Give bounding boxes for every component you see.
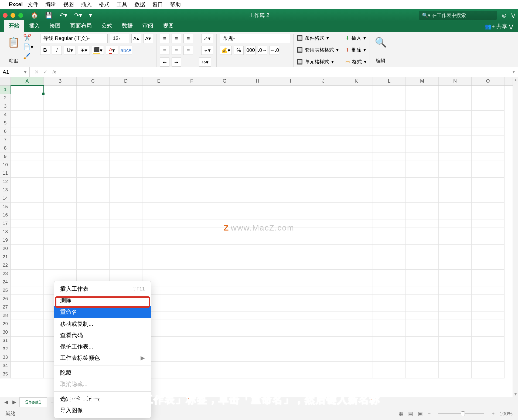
cell[interactable] [110, 236, 142, 245]
underline-button[interactable]: U▾ [64, 46, 76, 55]
cell[interactable] [241, 345, 274, 353]
cell[interactable] [340, 286, 373, 295]
decrease-decimal-icon[interactable]: ←.0 [270, 46, 279, 55]
cell[interactable] [373, 86, 406, 94]
cell[interactable] [274, 286, 307, 295]
undo-icon[interactable]: ↶▾ [59, 12, 67, 19]
row-header[interactable]: 29 [0, 320, 11, 328]
cell[interactable] [175, 136, 208, 144]
cell[interactable] [77, 253, 110, 261]
cell[interactable] [406, 261, 439, 270]
cell[interactable] [241, 136, 274, 144]
cell[interactable] [274, 169, 307, 178]
cell[interactable] [439, 228, 472, 236]
cell[interactable] [373, 94, 406, 102]
cell[interactable] [241, 353, 274, 362]
cell[interactable] [110, 178, 142, 186]
cell[interactable] [439, 136, 472, 144]
cell[interactable] [44, 111, 77, 119]
redo-icon[interactable]: ↷▾ [74, 12, 82, 19]
maximize-button[interactable] [18, 13, 23, 18]
cell[interactable] [241, 270, 274, 278]
cell[interactable] [472, 236, 505, 245]
cell[interactable] [208, 337, 241, 345]
cell[interactable] [406, 102, 439, 111]
minimize-button[interactable] [11, 13, 15, 18]
cell[interactable] [307, 136, 340, 144]
cell[interactable] [373, 236, 406, 245]
row-header[interactable]: 13 [0, 186, 11, 194]
cell[interactable] [241, 94, 274, 102]
cell[interactable] [307, 119, 340, 127]
cell[interactable] [373, 111, 406, 119]
cell[interactable] [274, 144, 307, 153]
cell[interactable] [274, 261, 307, 270]
cell[interactable] [472, 86, 505, 94]
row-header[interactable]: 35 [0, 370, 11, 378]
cell[interactable] [439, 286, 472, 295]
cell[interactable] [439, 270, 472, 278]
cell[interactable] [142, 270, 175, 278]
cell[interactable] [274, 345, 307, 353]
view-normal-icon[interactable]: ▦ [398, 411, 403, 417]
cell[interactable] [208, 86, 241, 94]
cell[interactable] [307, 219, 340, 228]
cell[interactable] [439, 345, 472, 353]
cell[interactable] [44, 228, 77, 236]
cell[interactable] [241, 286, 274, 295]
cell[interactable] [373, 370, 406, 378]
increase-font-icon[interactable]: A▴ [131, 34, 141, 43]
cell[interactable] [11, 86, 44, 94]
cell[interactable] [340, 362, 373, 370]
column-header[interactable]: F [175, 77, 208, 85]
font-name-select[interactable]: 等线 Regular (正文) [40, 34, 108, 43]
cell[interactable] [142, 169, 175, 178]
cell[interactable] [406, 345, 439, 353]
cell[interactable] [110, 270, 142, 278]
cell[interactable] [307, 153, 340, 161]
cell[interactable] [11, 94, 44, 102]
cell[interactable] [175, 144, 208, 153]
cell[interactable] [142, 253, 175, 261]
cell[interactable] [340, 161, 373, 169]
cell[interactable] [439, 320, 472, 328]
border-button[interactable]: ⊞▾ [78, 46, 90, 55]
cell[interactable] [472, 102, 505, 111]
cell[interactable] [241, 245, 274, 253]
indent-decrease-icon[interactable]: ⇤ [160, 57, 169, 67]
cell[interactable] [373, 328, 406, 337]
cell[interactable] [44, 178, 77, 186]
cell[interactable] [307, 228, 340, 236]
format-painter-icon[interactable]: 🖌️ [23, 53, 33, 60]
cell[interactable] [406, 370, 439, 378]
cell[interactable] [373, 353, 406, 362]
cell[interactable] [44, 161, 77, 169]
cell[interactable] [241, 86, 274, 94]
cell[interactable] [439, 169, 472, 178]
cell[interactable] [406, 337, 439, 345]
zoom-out-button[interactable]: − [428, 411, 431, 417]
cell[interactable] [274, 203, 307, 211]
cell[interactable] [11, 228, 44, 236]
column-header[interactable]: O [472, 77, 505, 85]
cell[interactable] [340, 144, 373, 153]
column-header[interactable]: M [406, 77, 439, 85]
cell[interactable] [340, 94, 373, 102]
cell[interactable] [208, 261, 241, 270]
cell[interactable] [241, 144, 274, 153]
cell[interactable] [274, 211, 307, 219]
cell[interactable] [274, 94, 307, 102]
row-header[interactable]: 21 [0, 253, 11, 261]
cell[interactable] [439, 86, 472, 94]
row-header[interactable]: 8 [0, 144, 11, 153]
cell[interactable] [175, 94, 208, 102]
column-header[interactable]: K [340, 77, 373, 85]
cell[interactable] [406, 127, 439, 136]
cell[interactable] [406, 286, 439, 295]
cell[interactable] [77, 119, 110, 127]
row-header[interactable]: 4 [0, 111, 11, 119]
cell[interactable] [175, 203, 208, 211]
cell[interactable] [142, 261, 175, 270]
cell[interactable] [11, 161, 44, 169]
cell[interactable] [406, 153, 439, 161]
